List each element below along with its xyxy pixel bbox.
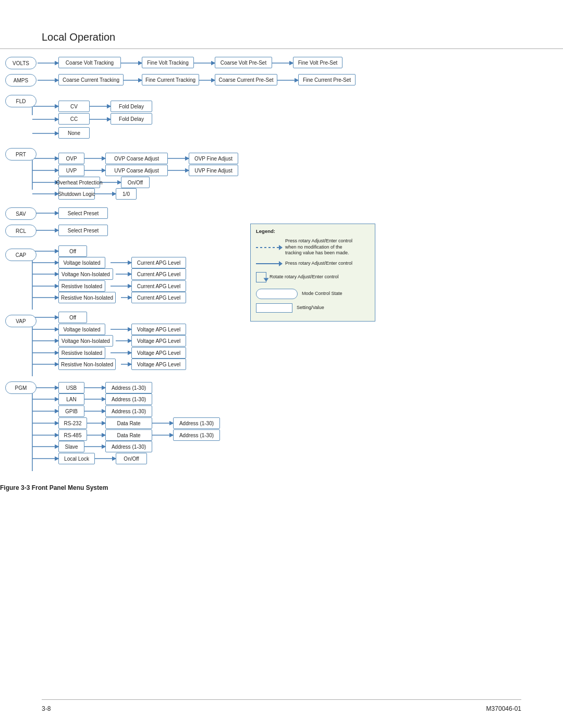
vap-volt-apg1-node: Voltage APG Level [131, 324, 186, 335]
pgm-rs232-addr-node: Address (1-30) [173, 417, 220, 429]
shutdown-node: Shutdown Logic [58, 188, 95, 200]
pgm-gpib-addr-node: Address (1-30) [105, 405, 152, 417]
sav-select-preset-node: Select Preset [58, 207, 108, 219]
cap-res-iso-node: Resistive Isolated [58, 280, 105, 292]
pgm-local-lock-onoff-node: On/Off [116, 453, 147, 464]
pgm-rs232-node: RS-232 [58, 417, 87, 429]
ovp-node: OVP [58, 153, 84, 164]
prt-node: PRT [5, 148, 36, 161]
cv-node: CV [58, 101, 90, 112]
pgm-rs232-data-rate-node: Data Rate [105, 417, 152, 429]
pgm-lan-addr-node: Address (1-30) [105, 393, 152, 405]
pgm-lan-node: LAN [58, 393, 84, 405]
vap-volt-apg2-node: Voltage APG Level [131, 335, 186, 347]
cap-res-noniso-node: Resistive Non-Isolated [58, 292, 116, 303]
rcl-node: RCL [5, 225, 36, 237]
vap-volt-apg4-node: Voltage APG Level [131, 359, 186, 370]
legend-title: Legend: [256, 228, 370, 234]
fine-current-preset-node: Fine Current Pre-Set [298, 74, 356, 85]
ovp-coarse-node: OVP Coarse Adjust [105, 153, 168, 164]
footer-page-number: 3-8 [42, 705, 51, 712]
fld-node: FLD [5, 95, 36, 107]
sav-node: SAV [5, 207, 36, 220]
main-content: VOLTS Coarse Volt Tracking Fine Volt Tra… [0, 49, 563, 695]
legend-item-4: Mode Control State [256, 289, 370, 299]
legend-item-2: Press rotary Adjust/Enter control [256, 261, 370, 267]
pgm-gpib-node: GPIB [58, 405, 84, 417]
vap-node: VAP [5, 315, 36, 327]
footer-doc-number: M370046-01 [486, 705, 521, 712]
fold-delay-cc-node: Fold Delay [111, 113, 152, 125]
vap-volt-iso-node: Voltage Isolated [58, 324, 105, 335]
cap-cur-apg4-node: Current APG Level [131, 292, 186, 303]
vap-res-iso-node: Resistive Isolated [58, 347, 105, 359]
legend-oval [256, 289, 298, 299]
fine-volt-tracking-node: Fine Volt Tracking [142, 57, 194, 68]
fold-delay-cv-node: Fold Delay [111, 101, 152, 112]
pgm-rs485-data-rate-node: Data Rate [105, 429, 152, 441]
cap-off-node: Off [58, 245, 87, 257]
page-title: Local Operation [42, 31, 521, 43]
on-off-overheat-node: On/Off [121, 177, 150, 188]
legend-item-3: Rotate rotary Adjust/Enter control [256, 272, 370, 282]
cap-node: CAP [5, 249, 36, 261]
uvp-fine-node: UVP Fine Adjust [189, 165, 238, 176]
pgm-local-lock-node: Local Lock [58, 453, 95, 464]
none-node: None [58, 127, 90, 139]
uvp-coarse-node: UVP Coarse Adjust [105, 165, 168, 176]
coarse-volt-tracking-node: Coarse Volt Tracking [58, 57, 121, 68]
figure-caption: Figure 3-3 Front Panel Menu System [0, 484, 108, 491]
pgm-rs485-node: RS-485 [58, 429, 87, 441]
legend-rect [256, 303, 292, 313]
legend-item-1: Press rotary Adjust/Enter control when n… [256, 238, 370, 256]
overheat-node: Overheat Protection [58, 177, 100, 188]
cap-volt-noniso-node: Voltage Non-Isolated [58, 268, 113, 280]
cap-volt-iso-node: Voltage Isolated [58, 257, 105, 268]
coarse-current-tracking-node: Coarse Current Tracking [58, 74, 124, 85]
legend-text-2: Press rotary Adjust/Enter control [285, 261, 352, 267]
cc-node: CC [58, 113, 90, 125]
cap-cur-apg1-node: Current APG Level [131, 257, 186, 268]
fine-volt-preset-node: Fine Volt Pre-Set [293, 57, 342, 68]
coarse-current-preset-node: Coarse Current Pre-Set [215, 74, 277, 85]
page-header: Local Operation [0, 0, 563, 49]
ovp-fine-node: OVP Fine Adjust [189, 153, 238, 164]
fine-current-tracking-node: Fine Current Tracking [142, 74, 199, 85]
legend-text-1: Press rotary Adjust/Enter control when n… [285, 238, 358, 256]
one-zero-node: 1/0 [116, 188, 137, 200]
page-footer: 3-8 M370046-01 [42, 699, 521, 712]
amps-node: AMPS [5, 74, 36, 87]
pgm-slave-addr-node: Address (1-30) [105, 441, 152, 452]
vap-volt-apg3-node: Voltage APG Level [131, 347, 186, 359]
legend-text-4: Mode Control State [302, 291, 342, 297]
coarse-volt-preset-node: Coarse Volt Pre-Set [215, 57, 272, 68]
legend-item-5: Setting/Value [256, 303, 370, 313]
cap-cur-apg3-node: Current APG Level [131, 280, 186, 292]
volts-node: VOLTS [5, 57, 36, 69]
pgm-usb-addr-node: Address (1-30) [105, 382, 152, 393]
pgm-node: PGM [5, 381, 36, 394]
pgm-rs485-addr-node: Address (1-30) [173, 429, 220, 441]
pgm-usb-node: USB [58, 382, 84, 393]
cap-cur-apg2-node: Current APG Level [131, 268, 186, 280]
pgm-slave-node: Slave [58, 441, 84, 452]
vap-res-noniso-node: Resistive Non-Isolated [58, 359, 116, 370]
uvp-node: UVP [58, 165, 84, 176]
rcl-select-preset-node: Select Preset [58, 225, 108, 236]
vap-volt-noniso-node: Voltage Non-Isolated [58, 335, 113, 347]
vap-off-node: Off [58, 312, 87, 323]
legend-text-5: Setting/Value [297, 305, 324, 311]
legend-box: Legend: Press rotary Adjust/Enter contro… [250, 224, 375, 322]
legend-text-3: Rotate rotary Adjust/Enter control [270, 274, 339, 280]
